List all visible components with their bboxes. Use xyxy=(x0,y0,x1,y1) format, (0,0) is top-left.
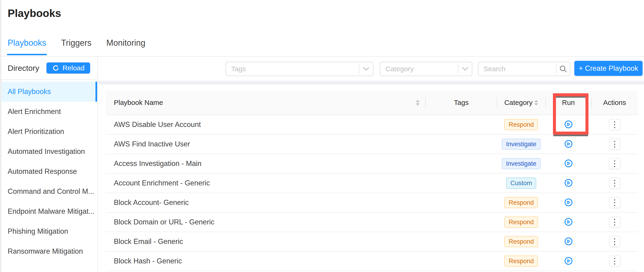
playbook-name: Block Account- Generic xyxy=(114,198,189,207)
run-cell xyxy=(546,140,591,149)
category-cell: Respond xyxy=(497,236,546,247)
run-playbook-button[interactable] xyxy=(564,120,573,129)
background-gap xyxy=(98,81,644,84)
play-circle-icon xyxy=(564,120,573,129)
row-actions-button[interactable] xyxy=(609,236,620,247)
window-edge xyxy=(0,0,2,272)
row-actions-button[interactable] xyxy=(609,178,620,189)
play-circle-icon xyxy=(564,159,573,168)
directory-title: Directory xyxy=(8,64,39,73)
row-actions-button[interactable] xyxy=(609,256,620,267)
sidebar-item[interactable]: Alert Prioritization xyxy=(0,122,97,142)
run-cell xyxy=(546,218,591,227)
row-actions-button[interactable] xyxy=(609,158,620,169)
run-cell xyxy=(546,179,591,188)
tags-filter-input[interactable] xyxy=(226,65,359,73)
playbook-name-cell: Account Enrichment - Generic xyxy=(106,179,426,187)
category-cell: Respond xyxy=(497,119,546,130)
tab[interactable]: Monitoring xyxy=(106,38,146,55)
category-cell: Investigate xyxy=(497,139,546,150)
row-actions-button[interactable] xyxy=(609,197,620,208)
sidebar-item[interactable]: Phishing Mitigation xyxy=(0,221,97,241)
column-header-run: Run xyxy=(546,90,591,115)
category-filter-select[interactable] xyxy=(380,62,472,76)
row-actions-button[interactable] xyxy=(609,217,620,228)
table-row: Account Enrichment - Generic Custom xyxy=(106,174,638,193)
column-header-tags: Tags xyxy=(426,90,497,115)
create-playbook-button[interactable]: + Create Playbook xyxy=(574,61,642,76)
category-badge: Respond xyxy=(504,119,538,130)
play-circle-icon xyxy=(564,198,573,207)
play-circle-icon xyxy=(564,218,573,227)
category-cell: Custom xyxy=(497,178,546,189)
actions-cell xyxy=(591,178,638,189)
category-cell: Respond xyxy=(497,197,546,208)
main-content: + Create Playbook Playbook Name Tags Cat… xyxy=(98,57,644,272)
row-actions-button[interactable] xyxy=(609,139,620,150)
run-playbook-button[interactable] xyxy=(564,140,573,149)
actions-cell xyxy=(591,197,638,208)
playbook-name-cell: Access Investigation - Main xyxy=(106,159,426,168)
sidebar-item[interactable]: Endpoint Malware Mitigat... xyxy=(0,202,97,221)
search-input[interactable] xyxy=(478,65,556,73)
row-actions-button[interactable] xyxy=(609,119,620,130)
search-box[interactable] xyxy=(478,62,570,76)
playbook-name: Block Hash - Generic xyxy=(114,257,182,265)
category-badge: Respond xyxy=(504,236,538,247)
tab[interactable]: Playbooks xyxy=(8,38,46,55)
run-playbook-button[interactable] xyxy=(564,159,573,168)
playbook-name-cell: Block Domain or URL - Generic xyxy=(106,218,426,226)
playbook-name-cell: AWS Disable User Account xyxy=(106,120,426,129)
column-header-playbook-name[interactable]: Playbook Name xyxy=(106,90,426,115)
sidebar-item-label: Automated Response xyxy=(8,167,77,176)
category-filter-input[interactable] xyxy=(380,65,458,73)
sidebar-item-label: Alert Prioritization xyxy=(8,127,64,136)
table-row: Access Investigation - Main Investigate xyxy=(106,154,638,174)
sidebar-item[interactable]: Automated Response xyxy=(0,162,97,182)
category-badge: Custom xyxy=(506,178,536,189)
ellipsis-vertical-icon xyxy=(614,160,615,167)
run-playbook-button[interactable] xyxy=(564,257,573,266)
run-playbook-button[interactable] xyxy=(564,237,573,246)
actions-cell xyxy=(591,139,638,150)
run-cell xyxy=(546,120,591,129)
tags-filter-select[interactable] xyxy=(226,62,373,76)
table-row: Block Hash - Generic Respond xyxy=(106,252,638,271)
category-badge: Respond xyxy=(504,217,538,228)
run-playbook-button[interactable] xyxy=(564,179,573,188)
playbook-name: AWS Find Inactive User xyxy=(114,140,190,148)
table-row: AWS Find Inactive User Investigate xyxy=(106,135,638,154)
reload-button[interactable]: Reload xyxy=(46,62,90,74)
sidebar-item[interactable]: Command and Control M... xyxy=(0,182,97,202)
run-playbook-button[interactable] xyxy=(564,218,573,227)
sidebar-item[interactable]: Ransomware Mitigation xyxy=(0,241,97,261)
column-label: Playbook Name xyxy=(114,99,163,106)
run-cell xyxy=(546,237,591,246)
sidebar-item-label: All Playbooks xyxy=(8,87,51,96)
tab-label: Triggers xyxy=(61,38,92,47)
category-badge: Investigate xyxy=(502,139,540,150)
playbook-name: Account Enrichment - Generic xyxy=(114,179,210,187)
table-row: Block Domain or URL - Generic Respond xyxy=(106,213,638,232)
sidebar-item[interactable]: Alert Enrichment xyxy=(0,102,97,122)
run-cell xyxy=(546,198,591,207)
category-cell: Respond xyxy=(497,217,546,228)
column-header-category[interactable]: Category xyxy=(497,90,546,115)
playbook-name: Access Investigation - Main xyxy=(114,159,202,168)
tab[interactable]: Triggers xyxy=(61,38,92,55)
actions-cell xyxy=(591,119,638,130)
reload-label: Reload xyxy=(62,64,84,72)
table-body: AWS Disable User Account Respond xyxy=(106,115,638,271)
play-circle-icon xyxy=(564,179,573,188)
actions-cell xyxy=(591,158,638,169)
run-playbook-button[interactable] xyxy=(564,198,573,207)
sidebar-item[interactable]: All Playbooks xyxy=(0,82,97,102)
ellipsis-vertical-icon xyxy=(614,199,615,206)
run-cell xyxy=(546,257,591,266)
sidebar-item-label: Endpoint Malware Mitigat... xyxy=(8,207,94,216)
chevron-down-icon xyxy=(360,67,373,71)
sidebar-item[interactable]: Automated Investigation xyxy=(0,142,97,162)
category-cell: Respond xyxy=(497,256,546,267)
search-icon[interactable] xyxy=(556,65,570,73)
actions-cell xyxy=(591,217,638,228)
